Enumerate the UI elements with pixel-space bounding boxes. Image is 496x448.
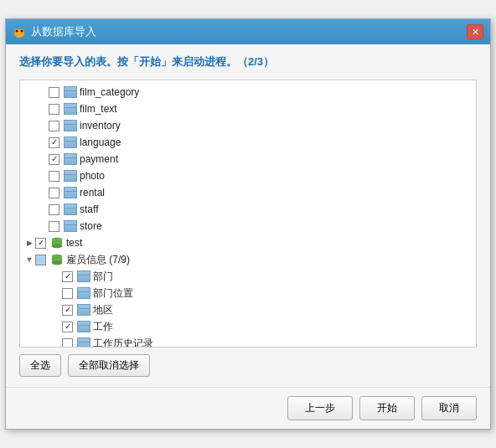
content-area: 选择你要导入的表。按「开始」来启动进程。（2/3） film_category … [6,44,490,387]
table-icon [64,103,77,115]
item-label: payment [80,153,118,165]
list-item-test: ▶ test [20,234,476,251]
item-label: film_category [80,86,139,98]
list-item: language [20,134,476,151]
table-icon [64,187,77,198]
list-item: photo [20,167,476,184]
svg-point-7 [52,245,62,248]
list-item: 地区 [20,301,476,318]
svg-point-11 [52,261,62,265]
table-icon [64,203,77,215]
item-label: 地区 [93,303,113,317]
checkbox-job-history[interactable] [62,338,73,348]
expand-btn-test[interactable]: ▶ [23,237,35,249]
checkbox-payment[interactable] [49,154,59,165]
instruction-text: 选择你要导入的表。按「开始」来启动进程。（2/3） [19,54,477,70]
checkbox-language[interactable] [49,137,59,148]
checkbox-film-category[interactable] [49,87,59,98]
checkbox-photo[interactable] [49,171,59,182]
start-button[interactable]: 开始 [359,396,415,420]
table-icon [77,270,90,282]
item-label: staff [80,203,98,215]
list-item: payment [20,151,476,167]
select-all-button[interactable]: 全选 [19,354,61,377]
list-item: 工作历史记录 [20,335,476,348]
item-label: rental [80,187,105,198]
item-label: 部门位置 [93,286,133,301]
table-list[interactable]: film_category film_text inventory [19,80,477,348]
db-icon [50,254,64,265]
item-label: 雇员信息 (7/9) [66,253,130,267]
list-item: store [20,218,476,234]
expand-btn-employees[interactable]: ▼ [23,254,35,265]
list-item: 部门位置 [20,285,476,301]
item-label: inventory [80,120,121,131]
checkbox-test[interactable] [35,238,46,249]
list-item-employees: ▼ 雇员信息 (7/9) [20,251,476,268]
cancel-button[interactable]: 取消 [421,396,477,420]
list-item: staff [20,201,476,218]
deselect-all-button[interactable]: 全部取消选择 [68,354,150,377]
list-item: inventory [20,117,476,134]
table-icon [64,120,77,131]
svg-point-3 [16,30,18,33]
checkbox-region[interactable] [62,305,73,316]
list-item: film_text [20,100,476,117]
table-icon [77,337,90,348]
svg-point-4 [21,30,23,33]
window-title: 从数据库导入 [31,24,96,39]
item-label: language [80,136,121,148]
title-bar: 从数据库导入 ✕ [6,19,490,44]
title-bar-left: 从数据库导入 [13,24,96,39]
table-icon [64,86,77,98]
checkbox-dept[interactable] [62,271,73,282]
checkbox-staff[interactable] [49,204,59,215]
item-label: photo [80,170,105,182]
bottom-buttons: 全选 全部取消选择 [19,354,477,377]
table-icon [64,170,77,182]
footer: 上一步 开始 取消 [6,387,490,429]
list-item: film_category [20,84,476,100]
checkbox-employees[interactable] [35,255,46,265]
close-button[interactable]: ✕ [467,24,483,39]
checkbox-store[interactable] [49,221,59,232]
list-item: rental [20,184,476,201]
list-item: 工作 [20,318,476,335]
item-label: 部门 [93,270,113,284]
main-window: 从数据库导入 ✕ 选择你要导入的表。按「开始」来启动进程。（2/3） film_… [5,18,491,430]
table-icon [77,321,90,332]
db-icon [50,237,64,249]
title-buttons: ✕ [467,24,483,39]
table-icon [77,287,90,299]
checkbox-inventory[interactable] [49,121,59,131]
table-icon [64,220,77,232]
prev-button[interactable]: 上一步 [287,396,353,420]
checkbox-job[interactable] [62,322,73,332]
item-label: 工作历史记录 [93,337,153,348]
item-label: test [66,237,82,249]
table-icon [64,136,77,148]
checkbox-film-text[interactable] [49,104,59,115]
list-item: 部门 [20,268,476,285]
item-label: store [80,220,102,232]
table-icon [64,153,77,165]
checkbox-dept-location[interactable] [62,288,73,299]
item-label: film_text [80,103,117,115]
app-icon [13,25,26,39]
item-label: 工作 [93,320,113,334]
table-icon [77,304,90,316]
checkbox-rental[interactable] [49,188,59,198]
